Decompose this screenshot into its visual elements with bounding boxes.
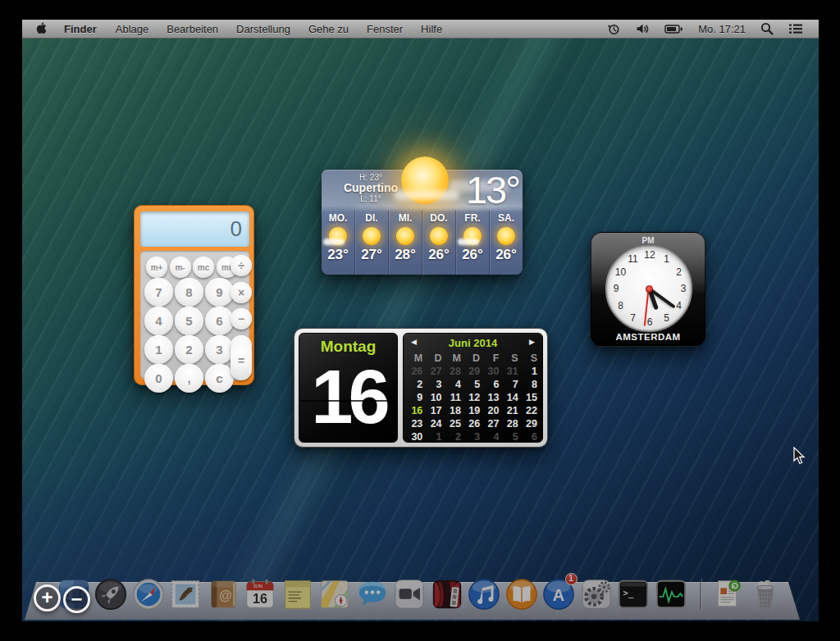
dock-itunes-icon[interactable]	[467, 575, 502, 611]
calc-button-2[interactable]: 2	[175, 335, 203, 364]
calc-button-mminus[interactable]: m-	[170, 257, 191, 278]
menu-item-gehe-zu[interactable]: Gehe zu	[299, 20, 358, 38]
forecast-temp: 26°	[428, 247, 450, 263]
calc-button-comma[interactable]: ,	[175, 364, 203, 393]
dashboard-add-widget-button[interactable]: +	[34, 584, 61, 611]
volume-icon[interactable]	[628, 20, 657, 38]
calc-button-0[interactable]: 0	[144, 364, 173, 393]
calendar-date-cell: 27	[483, 417, 502, 430]
calendar-next-button[interactable]: ▶	[529, 338, 535, 346]
calculator-widget[interactable]: 0 m+m-mcmr7894561230,c÷×−+=	[134, 205, 254, 385]
forecast-temp: 23°	[327, 247, 349, 263]
partly-sunny-icon	[463, 227, 482, 245]
calc-button-mc[interactable]: mc	[193, 257, 214, 278]
calendar-weekday-header: M	[407, 352, 426, 365]
svg-text:@: @	[218, 588, 231, 602]
screen-frame: Finder AblageBearbeitenDarstellungGehe z…	[0, 0, 840, 641]
calc-button-c[interactable]: c	[205, 364, 234, 393]
calculator-display: 0	[140, 211, 249, 247]
dock-trash-icon[interactable]	[747, 575, 783, 611]
weather-high: H: 23°	[333, 173, 409, 182]
dock-contacts-icon[interactable]: @	[205, 575, 240, 611]
calc-button-mplus[interactable]: m+	[146, 257, 167, 278]
dock-app-store-icon[interactable]: A1	[541, 575, 577, 611]
calc-button-equals[interactable]: =	[231, 341, 252, 380]
calendar-date-cell: 31	[502, 365, 521, 378]
calc-button-op-0[interactable]: ÷	[231, 255, 252, 276]
calendar-weekday-header: M	[445, 352, 464, 365]
weather-widget[interactable]: H: 23° Cupertino L: 11° 13° MO.23°DI.27°…	[322, 170, 523, 275]
desktop-wallpaper: 0 m+m-mcmr7894561230,c÷×−+= H: 23° Cuper…	[22, 39, 819, 621]
dock-maps-icon[interactable]	[317, 575, 353, 611]
menu-item-ablage[interactable]: Ablage	[107, 20, 158, 38]
dock-system-preferences-icon[interactable]	[578, 575, 614, 611]
sunny-icon	[396, 227, 414, 245]
menu-finder[interactable]: Finder	[59, 20, 107, 38]
dashboard-remove-widget-button[interactable]: −	[63, 586, 90, 613]
sunny-icon	[430, 227, 448, 245]
forecast-day-column: MO.23°	[322, 210, 354, 275]
forecast-day-column: SA.26°	[489, 210, 523, 275]
calendar-date-cell: 27	[426, 365, 445, 378]
dock-document-icon[interactable]	[710, 575, 746, 611]
menu-item-hilfe[interactable]: Hilfe	[412, 20, 451, 38]
calc-button-9[interactable]: 9	[205, 278, 234, 307]
calendar-date-cell: 8	[522, 378, 541, 391]
calendar-month-panel: ◀ Juni 2014 ▶ MDMDFSS2627282930311234567…	[403, 333, 543, 443]
dock-launchpad-icon[interactable]	[94, 575, 129, 611]
calc-button-op-2[interactable]: −	[231, 308, 252, 330]
menu-item-bearbeiten[interactable]: Bearbeiten	[158, 20, 227, 38]
battery-icon[interactable]	[657, 20, 691, 38]
svg-text:16: 16	[253, 591, 267, 606]
calendar-date-cell: 9	[407, 391, 426, 404]
calc-button-5[interactable]: 5	[175, 307, 203, 335]
calendar-date-cell: 5	[502, 430, 521, 443]
forecast-day-column: DO.26°	[422, 210, 455, 275]
calc-button-4[interactable]: 4	[144, 307, 173, 335]
menubar-clock[interactable]: Mo. 17:21	[691, 23, 753, 35]
apple-menu[interactable]	[22, 20, 59, 38]
sunny-icon	[497, 227, 515, 245]
spotlight-icon[interactable]	[753, 20, 781, 38]
calc-button-6[interactable]: 6	[205, 307, 234, 335]
dock-activity-monitor-icon[interactable]	[653, 575, 688, 611]
forecast-day-column: FR.26°	[455, 210, 489, 275]
dock-photo-booth-icon[interactable]	[429, 575, 464, 611]
world-clock-widget[interactable]: PM 121234567891011 AMSTERDAM	[591, 232, 705, 347]
calc-button-3[interactable]: 3	[205, 335, 234, 364]
forecast-temp: 26°	[462, 247, 483, 263]
calendar-widget[interactable]: Montag 16 ◀ Juni 2014 ▶ MDMDFSS262728293…	[294, 328, 548, 448]
dock-safari-icon[interactable]	[130, 575, 166, 611]
dock-facetime-icon[interactable]	[392, 575, 427, 611]
dock-messages-icon[interactable]	[354, 575, 390, 611]
partly-sunny-icon	[329, 227, 347, 245]
calendar-weekday-header: F	[483, 352, 502, 365]
dock-calendar-app-icon[interactable]: JUN16	[243, 575, 278, 611]
forecast-day-label: MO.	[329, 212, 348, 224]
time-machine-icon[interactable]	[600, 20, 628, 38]
notification-center-icon[interactable]	[781, 20, 810, 38]
calc-button-op-1[interactable]: ×	[231, 282, 252, 303]
dock-terminal-icon[interactable]: >_	[616, 575, 651, 611]
calendar-date-cell: 4	[445, 378, 464, 391]
dock-mail-icon[interactable]	[168, 575, 203, 611]
calendar-date-cell: 29	[464, 365, 483, 378]
clock-number-1: 1	[660, 253, 674, 265]
calendar-date-panel: Montag 16	[299, 333, 398, 443]
calendar-date-cell: 17	[426, 404, 445, 417]
calendar-date-cell: 26	[464, 417, 483, 430]
cloud-wisp-icon	[394, 190, 459, 200]
calendar-date-cell: 1	[522, 365, 541, 378]
calc-button-1[interactable]: 1	[144, 335, 173, 364]
calc-button-8[interactable]: 8	[175, 278, 203, 307]
weather-current-temp: 13°	[466, 167, 519, 212]
menu-item-fenster[interactable]: Fenster	[358, 20, 412, 38]
dock-ibooks-icon[interactable]	[504, 575, 539, 611]
calendar-date-cell: 25	[445, 417, 464, 430]
calc-button-7[interactable]: 7	[144, 278, 173, 307]
calendar-date-cell: 30	[407, 430, 426, 443]
svg-text:A: A	[553, 586, 564, 604]
menu-item-darstellung[interactable]: Darstellung	[227, 20, 299, 38]
dock-notes-icon[interactable]	[280, 575, 315, 611]
notification-badge: 1	[565, 573, 578, 585]
